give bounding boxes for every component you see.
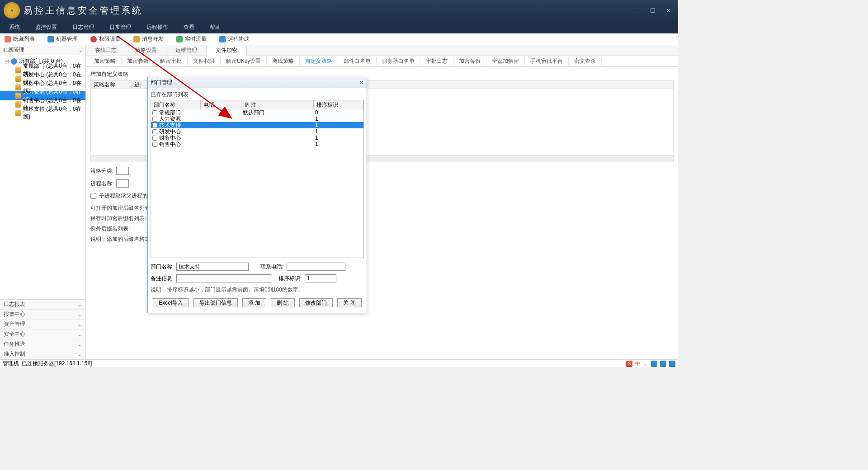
dept-name-input[interactable] [176, 263, 249, 271]
dept-icon [15, 84, 21, 90]
inherit-checkbox[interactable] [90, 193, 96, 199]
row-checkbox[interactable] [152, 142, 157, 147]
accordion-label: 安全中心 [4, 330, 25, 338]
row-checkbox[interactable] [152, 117, 157, 122]
tab-online-log[interactable]: 在线日志 [86, 45, 126, 56]
traffic-icon [176, 36, 183, 42]
dept-order-input[interactable] [305, 274, 336, 282]
table-row[interactable]: 销售中心1 [151, 141, 363, 147]
punct-icon[interactable]: ， [643, 360, 648, 367]
tab-ops-manage[interactable]: 运维管理 [166, 45, 207, 56]
dept-icon [15, 93, 21, 99]
excel-import-button[interactable]: Excel导入 [153, 298, 189, 307]
subtab[interactable]: 解密审批 [155, 57, 188, 65]
delete-button[interactable]: 删 除 [271, 298, 295, 307]
ime-sogou-icon[interactable]: S [626, 361, 632, 367]
keyboard-icon[interactable] [669, 361, 675, 367]
tree-item-label: 技术支持 (总共0台，0在线) [23, 105, 84, 121]
subtab[interactable]: 加密策略 [89, 57, 122, 65]
subtab[interactable]: 加密参数 [122, 57, 155, 65]
title-bar: e 易控王信息安全管理系统 — ☐ ✕ [0, 0, 678, 21]
globe-icon [11, 58, 17, 65]
dialog-header[interactable]: 部门管理 ✕ [148, 77, 367, 88]
export-dept-button[interactable]: 导出部门信息 [193, 298, 238, 307]
subtab[interactable]: 加密备份 [453, 57, 486, 65]
dept-remark-input[interactable] [176, 274, 271, 282]
subtab[interactable]: 解密UKey设置 [221, 57, 267, 65]
modify-dept-button[interactable]: 修改部门 [299, 298, 333, 307]
tool-machine-manage[interactable]: 机器管理 [47, 35, 78, 43]
row-order: 1 [314, 116, 363, 122]
subtab[interactable]: 审批日志 [420, 57, 453, 65]
dept-icon [15, 75, 21, 82]
dialog-buttons: Excel导入 导出部门信息 添 加 删 除 修改部门 关 闭 [151, 298, 364, 307]
accordion-alarm-center[interactable]: 报警中心⌄ [0, 310, 85, 320]
menu-bar: 系统 监控设置 日志管理 日常管理 远程操作 查看 帮助 [0, 21, 678, 33]
tool-label: 消息群发 [142, 35, 164, 43]
chevron-down-icon: ⌄ [77, 351, 82, 357]
accordion-task-push[interactable]: 任务推送⌄ [0, 339, 85, 349]
col-phone: 电话 [201, 100, 241, 109]
subtab[interactable]: 手机审批平台 [525, 57, 569, 65]
row-checkbox[interactable] [152, 129, 157, 134]
tab-file-encrypt[interactable]: 文件加密 [207, 45, 247, 56]
dept-icon [15, 110, 21, 116]
row-checkbox[interactable] [152, 123, 157, 128]
download-icon[interactable] [660, 361, 666, 367]
close-button[interactable]: ✕ [662, 5, 675, 16]
accordion-asset-manage[interactable]: 资产管理⌄ [0, 320, 85, 329]
process-name-label: 进程名称: [90, 180, 113, 188]
row-checkbox[interactable] [152, 110, 157, 115]
menu-daily-manage[interactable]: 日常管理 [109, 24, 131, 31]
remote-icon [219, 36, 226, 42]
maximize-button[interactable]: ☐ [646, 5, 659, 16]
tree-item[interactable]: 技术支持 (总共0台，0在线) [0, 108, 85, 117]
menu-view[interactable]: 查看 [184, 24, 194, 31]
tool-permission[interactable]: 权限设置 [90, 35, 121, 43]
subtab[interactable]: 密文查杀 [569, 57, 602, 65]
policy-category-input[interactable] [116, 167, 129, 175]
col-process: 进 [132, 81, 141, 89]
dept-grid-header: 部门名称 电话 备 注 排序标识 [151, 100, 363, 109]
add-button[interactable]: 添 加 [242, 298, 266, 307]
row-order: 0 [314, 109, 363, 116]
ime-lang-icon[interactable]: 中 [635, 360, 640, 367]
subtab[interactable]: 自定义策略 [300, 57, 338, 65]
row-checkbox[interactable] [152, 136, 157, 141]
tab-policy-settings[interactable]: 策略设置 [126, 45, 166, 56]
close-dialog-button[interactable]: 关 闭 [337, 298, 361, 307]
collapse-icon[interactable]: ⊟ [5, 58, 9, 65]
chevron-down-icon: ⌄ [78, 47, 83, 53]
mic-icon[interactable] [651, 361, 657, 367]
dept-grid-body[interactable]: 常规部门默认部门0人力资源1技术支持1研发中心1财务中心1销售中心1 [151, 109, 363, 258]
accordion-access-control[interactable]: 准入控制⌄ [0, 349, 85, 359]
subtab[interactable]: 邮件白名单 [338, 57, 377, 65]
row-order: 1 [314, 135, 363, 141]
subtab[interactable]: 服务器白名单 [377, 57, 420, 65]
row-dept-name: 销售中心 [159, 141, 181, 148]
dialog-close-icon[interactable]: ✕ [359, 79, 364, 86]
dialog-hint: 说明：排序标识越小，部门显示越靠前面。请填0到100的数字。 [151, 286, 364, 294]
subtab[interactable]: 全盘加解密 [486, 57, 525, 65]
tool-realtime-traffic[interactable]: 实时流量 [176, 35, 207, 43]
permission-icon [90, 36, 97, 42]
left-panel-header[interactable]: 在线管理 ⌄ [0, 45, 85, 55]
menu-system[interactable]: 系统 [9, 24, 20, 31]
minimize-button[interactable]: — [631, 5, 644, 16]
menu-help[interactable]: 帮助 [210, 24, 221, 31]
menu-log-manage[interactable]: 日志管理 [72, 24, 94, 31]
col-policy-name: 策略名称 [91, 81, 132, 89]
tool-label: 权限设置 [99, 35, 121, 43]
subtab[interactable]: 离线策略 [267, 57, 300, 65]
menu-monitor-settings[interactable]: 监控设置 [35, 24, 57, 31]
subtab[interactable]: 文件权限 [188, 57, 221, 65]
dept-phone-input[interactable] [287, 263, 345, 271]
row-order: 1 [314, 128, 363, 135]
tool-remote-assist[interactable]: 远程协助 [219, 35, 250, 43]
menu-remote-op[interactable]: 远程操作 [146, 24, 168, 31]
process-name-input[interactable] [116, 179, 129, 188]
accordion-log-report[interactable]: 日志报表⌄ [0, 300, 85, 310]
accordion-security-center[interactable]: 安全中心⌄ [0, 329, 85, 339]
tool-message-broadcast[interactable]: 消息群发 [133, 35, 164, 43]
tool-hide-list[interactable]: 隐藏列表 [5, 35, 35, 43]
